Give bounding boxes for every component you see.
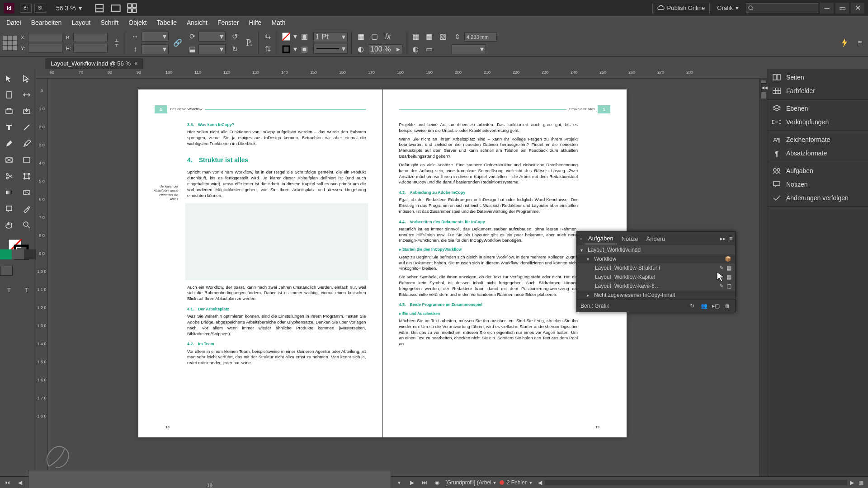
type-tool[interactable] [0,119,18,136]
horizontal-scrollbar[interactable] [545,480,847,485]
prev-page-button[interactable]: ◀ [15,479,24,487]
w-input[interactable] [73,33,108,42]
menu-bearbeiten[interactable]: Bearbeiten [27,17,66,28]
rotate-cw-icon[interactable]: ↻ [229,44,240,55]
corner-size-input[interactable] [464,33,497,42]
fill-stroke-indicator[interactable] [0,233,36,265]
panel-aufgaben[interactable]: Aufgaben [767,164,868,178]
corner-options-icon[interactable]: ▭ [424,44,434,55]
panel-verknuepfungen[interactable]: Verknüpfungen [767,115,868,129]
type-mode-tool[interactable]: T [0,282,18,298]
direct-selection-tool[interactable] [18,70,36,87]
auto-fit-icon[interactable]: ▦ [355,31,366,42]
last-point-icon[interactable]: P. [244,38,255,48]
close-icon[interactable]: × [134,60,138,67]
scroll-left-button[interactable]: ◀ [536,479,545,487]
hand-tool[interactable] [0,217,18,233]
flip-h-icon[interactable]: ⇆ [262,31,273,42]
content-fit-icon[interactable]: ▢ [369,31,380,42]
panel-grip-icon[interactable]: ◂ [580,236,582,241]
page-dropdown[interactable]: ▾ [395,479,404,487]
panel-seiten[interactable]: Seiten [767,70,868,84]
corner-size-stepper[interactable]: ⇕ [452,32,462,42]
tree-story[interactable]: Layout_Workflow-Kapitel✎▤ [577,272,735,282]
selection-tool[interactable] [0,70,18,87]
menu-tabelle[interactable]: Tabelle [152,17,181,28]
tree-assignment[interactable]: ▾Workflow📦 [577,254,735,263]
chevron-down-icon[interactable]: ▾ [293,32,297,41]
wrap-bbox-icon[interactable]: ▦ [424,31,434,42]
rotate-ccw-icon[interactable]: ↺ [229,31,240,42]
last-page-button[interactable]: ⏭ [420,479,429,487]
reference-point-icon[interactable] [3,36,17,50]
chevron-down-icon[interactable]: ▾ [293,45,297,53]
line-tool[interactable] [18,119,36,136]
x-input[interactable] [28,33,62,42]
content-collector-tool[interactable] [0,103,18,119]
menu-layout[interactable]: Layout [67,17,95,28]
menu-math[interactable]: Math [267,17,290,28]
tree-story[interactable]: Layout_Workflow-Struktur i✎▤ [577,263,735,272]
panel-menu-icon[interactable]: ≡ [729,235,732,242]
rotate-input[interactable]: ▾ [198,32,226,42]
stroke-target-icon[interactable]: ▣ [299,44,310,55]
view-options-icon[interactable] [94,3,104,13]
workspace-dropdown[interactable]: Grafik▾ [717,5,739,11]
close-button[interactable]: ✕ [851,3,864,14]
horizontal-ruler[interactable]: 60 70 80 90 100 110 120 130 140 150 160 … [36,69,767,79]
vertical-ruler[interactable]: 0 1 0 2 0 3 0 4 0 5 0 6 0 7 0 8 0 9 0 1 … [36,79,48,476]
shear-input[interactable]: ▾ [198,44,226,54]
menu-hilfe[interactable]: Hilfe [244,17,266,28]
publish-online-button[interactable]: Publish Online [652,3,710,13]
preflight-status[interactable]: 2 Fehler▾ [500,479,532,486]
view-mode-row[interactable] [0,266,36,276]
scroll-right-button[interactable]: ▶ [847,479,856,487]
flip-v-icon[interactable]: ⇅ [262,44,273,55]
constrain-scale-icon[interactable]: 🔗 [172,38,183,48]
disclosure-icon[interactable]: ▾ [587,257,591,262]
menu-objekt[interactable]: Objekt [124,17,151,28]
page-tool[interactable] [0,87,18,103]
tree-root[interactable]: ▾Layout_Workflow.indd [577,245,735,254]
next-page-button[interactable]: ▶ [407,479,416,487]
vertical-scrollbar[interactable] [760,79,767,476]
update-icon[interactable]: ↻ [688,302,696,310]
wrap-shape-icon[interactable]: ▧ [437,31,448,42]
panel-zeichenformate[interactable]: A¶Zeichenformate [767,133,868,146]
quick-apply-icon[interactable] [839,38,850,48]
tab-aufgaben[interactable]: Aufgaben [585,233,617,244]
stroke-style-input[interactable]: ▾ [313,44,348,54]
tab-aenderungen[interactable]: Änderu [643,234,669,244]
go-to-content-icon[interactable]: ▸▢ [712,302,720,310]
tree-story[interactable]: Layout_Workflow-kave-6…✎▢ [577,282,735,291]
free-transform-tool[interactable] [18,168,36,184]
h-input[interactable] [73,44,108,53]
tab-notizen[interactable]: Notize [618,234,642,244]
stroke-swatch-icon[interactable] [281,44,292,55]
first-page-button[interactable]: ⏮ [3,479,12,487]
split-view-icon[interactable]: ▥ [856,479,865,487]
corner-icon[interactable]: ◐ [410,44,421,55]
arrange-icon[interactable] [127,3,137,13]
menu-datei[interactable]: Datei [2,17,26,28]
search-input[interactable] [746,3,818,13]
menu-ansicht[interactable]: Ansicht [182,17,212,28]
tree-unassigned[interactable]: ▸Nicht zugewiesener InCopy-Inhalt [577,291,735,300]
disclosure-icon[interactable]: ▸ [587,293,591,298]
gap-tool[interactable] [18,87,36,103]
wrap-none-icon[interactable]: ▤ [410,31,421,42]
menu-fenster[interactable]: Fenster [213,17,243,28]
dock-toggle[interactable]: ◀◀ [761,83,767,92]
zoom-dropdown[interactable]: 56,3 %▾ [52,4,85,13]
scissors-tool[interactable] [0,168,18,184]
corner-shape-input[interactable]: ▾ [452,44,486,54]
gradient-feather-tool[interactable] [18,184,36,201]
panel-aenderungen[interactable]: Änderungen verfolgen [767,191,868,205]
pencil-tool[interactable] [18,136,36,152]
fill-swatch-icon[interactable] [281,31,292,42]
menu-schrift[interactable]: Schrift [96,17,123,28]
edit-icon[interactable]: ✎ [719,274,724,280]
panel-farbfelder[interactable]: Farbfelder [767,84,868,98]
stroke-weight-input[interactable]: 1 Pt▾ [313,32,348,42]
eyedropper-tool[interactable] [18,201,36,217]
